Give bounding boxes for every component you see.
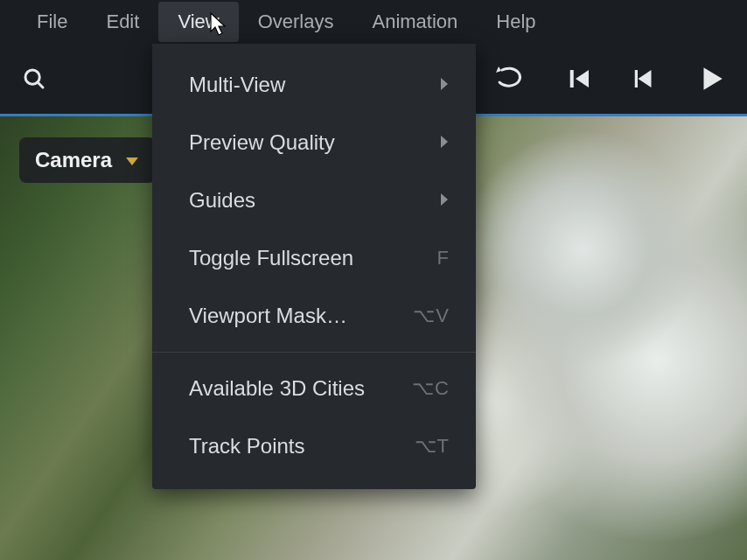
menu-item-shortcut: ⌥T xyxy=(415,435,450,458)
search-icon[interactable] xyxy=(21,66,47,92)
menu-item-viewport-mask[interactable]: Viewport Mask… ⌥V xyxy=(152,287,476,345)
svg-rect-2 xyxy=(570,70,574,88)
chevron-right-icon xyxy=(439,188,450,213)
chevron-down-icon xyxy=(124,148,140,172)
menu-item-toggle-fullscreen[interactable]: Toggle Fullscreen F xyxy=(152,229,476,287)
svg-marker-9 xyxy=(441,136,448,148)
menu-view[interactable]: View xyxy=(158,2,238,42)
menu-item-label: Viewport Mask… xyxy=(189,304,347,328)
menu-item-label: Available 3D Cities xyxy=(189,376,365,401)
menu-item-shortcut: ⌥C xyxy=(412,377,450,400)
menu-item-multi-view[interactable]: Multi-View xyxy=(152,56,476,114)
menubar: File Edit View Overlays Animation Help xyxy=(0,0,747,44)
chevron-right-icon xyxy=(439,73,450,97)
menu-help[interactable]: Help xyxy=(477,2,555,42)
menu-file[interactable]: File xyxy=(17,2,87,42)
menu-item-shortcut: F xyxy=(437,247,450,270)
camera-selector-label: Camera xyxy=(35,148,112,172)
view-dropdown: Multi-View Preview Quality Guides Toggle… xyxy=(152,44,476,489)
menu-item-available-3d-cities[interactable]: Available 3D Cities ⌥C xyxy=(152,360,476,417)
svg-rect-5 xyxy=(635,70,638,88)
chevron-right-icon xyxy=(439,130,450,155)
svg-marker-7 xyxy=(126,158,138,165)
menu-edit[interactable]: Edit xyxy=(87,2,158,42)
svg-line-1 xyxy=(38,82,43,88)
menu-item-label: Multi-View xyxy=(189,73,285,97)
menu-item-shortcut: ⌥V xyxy=(413,304,450,327)
skip-start-icon[interactable] xyxy=(567,66,593,92)
menu-separator xyxy=(152,352,476,353)
menu-overlays[interactable]: Overlays xyxy=(239,2,353,42)
menu-item-preview-quality[interactable]: Preview Quality xyxy=(152,114,476,172)
menu-item-label: Toggle Fullscreen xyxy=(189,246,353,270)
menu-item-label: Track Points xyxy=(189,434,304,458)
menu-item-track-points[interactable]: Track Points ⌥T xyxy=(152,417,476,475)
svg-marker-8 xyxy=(441,78,448,90)
menu-item-label: Guides xyxy=(189,188,255,213)
menu-animation[interactable]: Animation xyxy=(353,2,477,42)
svg-marker-3 xyxy=(576,70,589,88)
menu-item-guides[interactable]: Guides xyxy=(152,172,476,229)
camera-selector[interactable]: Camera xyxy=(19,137,156,183)
loop-icon[interactable] xyxy=(493,65,528,93)
step-back-icon[interactable] xyxy=(632,66,658,92)
play-icon[interactable] xyxy=(696,64,726,94)
menu-item-label: Preview Quality xyxy=(189,130,335,155)
svg-marker-10 xyxy=(441,193,448,206)
svg-marker-6 xyxy=(704,67,723,90)
svg-marker-4 xyxy=(639,70,652,88)
